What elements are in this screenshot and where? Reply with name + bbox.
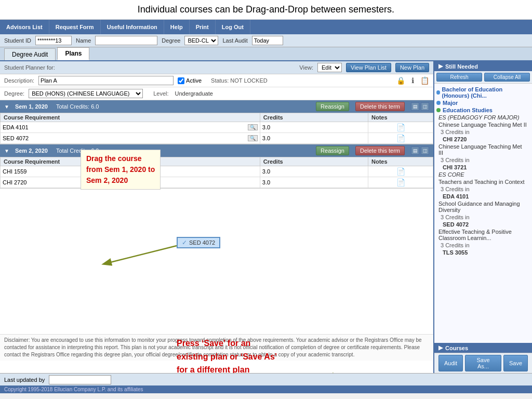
instruction-banner: Individual courses can be Drag-and-Drop … bbox=[0, 0, 532, 20]
sem1-expand-icon[interactable]: ▼ bbox=[4, 104, 9, 110]
description-bar: Description: Active Status: NOT LOCKED 🔒… bbox=[0, 74, 433, 87]
degree-bar-select[interactable]: BED (HONS) (CHINESE LANGUAGE) bbox=[29, 89, 143, 98]
save-button[interactable]: Save bbox=[503, 355, 528, 371]
last-updated-input[interactable] bbox=[49, 375, 111, 384]
audit-button[interactable]: Audit bbox=[438, 355, 463, 371]
planner-label: Student Planner for: bbox=[4, 64, 55, 71]
sn-pedagogy-subcategory: ES (PEDAGOGY FOR MAJOR) bbox=[436, 114, 530, 121]
still-needed-title: Still Needed bbox=[445, 63, 478, 70]
instruction-text: Individual courses can be Drag-and-Drop … bbox=[138, 4, 394, 15]
semester1-delete-button[interactable]: Delete this term bbox=[355, 102, 405, 111]
active-checkbox[interactable] bbox=[178, 77, 184, 84]
nav-help[interactable]: Help bbox=[164, 20, 190, 34]
sn-teachers-teaching: Teachers and Teaching in Context bbox=[436, 178, 530, 185]
view-plan-list-button[interactable]: View Plan List bbox=[346, 63, 391, 72]
sem1-notes-icon-1[interactable]: 📄 bbox=[396, 123, 405, 131]
semester1-block: ▼ Sem 1, 2020 Total Credits: 6.0 Reassig… bbox=[0, 100, 433, 144]
sem2-expand-icon[interactable]: ▼ bbox=[4, 148, 9, 154]
semester1-table: Course Requirement Credits Notes 🔍 bbox=[0, 113, 433, 144]
right-panel: ▶ Still Needed Refresh Collapse All Bach… bbox=[433, 61, 532, 373]
dot-blue-2 bbox=[436, 101, 441, 105]
semester2-icons: ▤ ◫ bbox=[411, 147, 429, 155]
lock-icon[interactable]: 🔒 bbox=[396, 76, 405, 85]
sem2-notes-cell-2: 📄 bbox=[368, 177, 433, 188]
sem1-col-credits: Credits bbox=[260, 113, 368, 122]
sem1-credits-input-1[interactable] bbox=[262, 124, 366, 130]
left-content: Student Planner for: View: Edit View Pla… bbox=[0, 61, 433, 373]
level-value: Undergraduate bbox=[175, 90, 213, 97]
sem1-credits-input-2[interactable] bbox=[262, 135, 366, 141]
sem2-course-row-1: 📄 bbox=[1, 166, 433, 177]
degree-bar-label: Degree: bbox=[4, 90, 24, 97]
sem1-notes-icon-2[interactable]: 📄 bbox=[396, 134, 405, 142]
drag-tooltip-line3: Sem 2, 2020 bbox=[86, 176, 128, 184]
semester1-reassign-button[interactable]: Reassign bbox=[316, 102, 349, 111]
sem2-notes-icon-2[interactable]: 📄 bbox=[396, 178, 405, 187]
courses-title: Courses bbox=[445, 345, 468, 351]
save-tooltip-line3: for a different plan bbox=[177, 365, 249, 373]
sem1-course-input-1[interactable] bbox=[3, 124, 246, 130]
nav-print[interactable]: Print bbox=[190, 20, 216, 34]
sem1-course-input-2[interactable] bbox=[3, 135, 246, 141]
description-input[interactable] bbox=[38, 76, 174, 85]
info-icon[interactable]: ℹ bbox=[411, 76, 414, 85]
drag-tooltip-line2: from Sem 1, 2020 to bbox=[86, 165, 155, 174]
sem1-icon2[interactable]: ◫ bbox=[421, 102, 429, 111]
refresh-button[interactable]: Refresh bbox=[436, 73, 482, 82]
nav-useful-info[interactable]: Useful Information bbox=[101, 20, 164, 34]
sem1-col-notes: Notes bbox=[368, 113, 433, 122]
sem2-credits-cell-1 bbox=[260, 166, 368, 177]
sem2-icon2[interactable]: ◫ bbox=[421, 147, 429, 155]
nav-request-form[interactable]: Request Form bbox=[49, 20, 101, 34]
sn-credits-chi3721: 3 Credits in bbox=[436, 156, 530, 164]
still-needed-content: Bachelor of Education (Honours) (Chi... … bbox=[434, 84, 532, 343]
sem2-credits-input-2[interactable] bbox=[262, 179, 366, 185]
nav-bar: Advisors List Request Form Useful Inform… bbox=[0, 20, 532, 34]
sem2-credits-input-1[interactable] bbox=[262, 168, 366, 175]
name-input[interactable] bbox=[95, 36, 157, 45]
sem1-search-btn-1[interactable]: 🔍 bbox=[248, 124, 258, 130]
tab-row: Degree Audit Plans bbox=[0, 47, 532, 61]
sn-effective-teaching: Effective Teaching & Positive Classroom … bbox=[436, 228, 530, 242]
drag-ghost: ✓ SED 4072 bbox=[177, 237, 220, 248]
nav-advisors-list[interactable]: Advisors List bbox=[0, 20, 49, 34]
semester1-icons: ▤ ◫ bbox=[411, 102, 429, 111]
main-area: Student Planner for: View: Edit View Pla… bbox=[0, 61, 532, 373]
sem2-notes-cell-1: 📄 bbox=[368, 166, 433, 177]
last-audit-input[interactable] bbox=[252, 36, 283, 45]
new-plan-button[interactable]: New Plan bbox=[395, 63, 429, 72]
copy-icon[interactable]: 📋 bbox=[420, 76, 429, 85]
semester2-header: ▼ Sem 2, 2020 Total Credits: 6.0 Reassig… bbox=[0, 144, 433, 157]
copyright-text: Copyright 1995-2018 Ellucian Company L.P… bbox=[4, 387, 143, 392]
planner-header: Student Planner for: View: Edit View Pla… bbox=[0, 61, 433, 74]
tab-plans[interactable]: Plans bbox=[57, 47, 89, 60]
semester2-delete-button[interactable]: Delete this term bbox=[355, 146, 405, 155]
drag-ghost-check: ✓ bbox=[182, 239, 187, 246]
degree-label: Degree bbox=[162, 37, 180, 44]
sn-course-tls3055: TLS 3055 bbox=[436, 249, 530, 256]
collapse-all-button[interactable]: Collapse All bbox=[484, 73, 530, 82]
sem2-notes-icon-1[interactable]: 📄 bbox=[396, 167, 405, 176]
still-needed-buttons: Refresh Collapse All bbox=[434, 71, 532, 84]
sem1-credits-cell-1 bbox=[260, 122, 368, 133]
drag-ghost-label: SED 4072 bbox=[189, 240, 215, 246]
nav-logout[interactable]: Log Out bbox=[216, 20, 250, 34]
courses-panel[interactable]: ▶ Courses bbox=[434, 343, 532, 353]
header-row: Student ID Name Degree BED-CL Last Audit bbox=[0, 34, 532, 47]
semester2-reassign-button[interactable]: Reassign bbox=[316, 146, 349, 155]
save-as-button[interactable]: Save As... bbox=[465, 355, 501, 371]
tab-degree-audit[interactable]: Degree Audit bbox=[4, 48, 56, 60]
semester1-credits: Total Credits: 6.0 bbox=[56, 103, 99, 110]
sem2-icon1[interactable]: ▤ bbox=[411, 147, 419, 155]
view-select[interactable]: Edit bbox=[317, 63, 342, 72]
degree-select[interactable]: BED-CL bbox=[184, 36, 218, 45]
student-id-input[interactable] bbox=[35, 36, 72, 45]
sn-course-chi2720: CHI 2720 bbox=[436, 136, 530, 143]
sn-credits-chi2720: 3 Credits in bbox=[436, 128, 530, 136]
sem1-icon1[interactable]: ▤ bbox=[411, 102, 419, 111]
sem1-search-btn-2[interactable]: 🔍 bbox=[248, 135, 258, 141]
sn-bachelor-category: Bachelor of Education (Honours) (Chi... bbox=[436, 86, 530, 99]
desc-label: Description: bbox=[4, 77, 34, 84]
courses-triangle: ▶ bbox=[438, 344, 443, 351]
still-needed-triangle[interactable]: ▶ bbox=[438, 63, 443, 70]
